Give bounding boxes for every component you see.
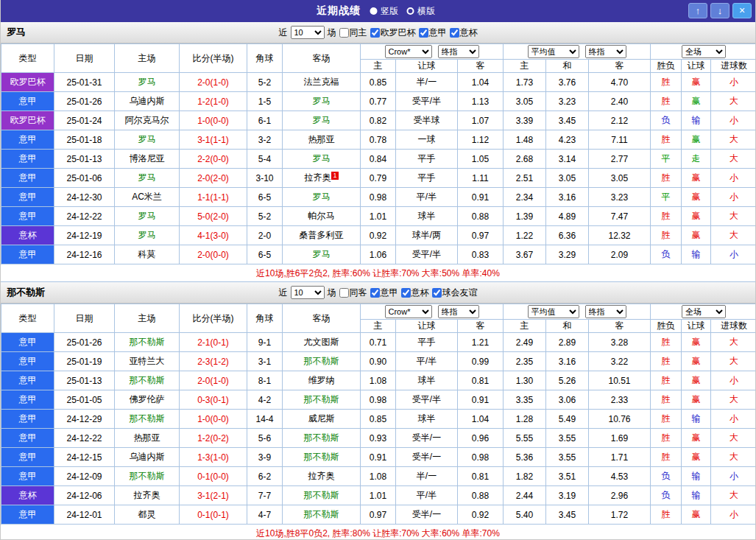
col-result: 胜负 <box>651 60 682 73</box>
away-team-link[interactable]: 桑普多利亚 <box>283 226 361 245</box>
home-team-link[interactable]: 罗马 <box>115 130 180 150</box>
same-venue-filter[interactable]: 同主 <box>339 27 367 39</box>
home-odds-cell: 0.77 <box>361 92 396 111</box>
league-filter-1[interactable]: 意甲 <box>419 27 447 39</box>
away-team-link[interactable]: 罗马 <box>283 245 361 264</box>
away-team-link[interactable]: 拉齐奥1 <box>283 169 361 188</box>
home-team-link[interactable]: 热那亚 <box>115 429 180 448</box>
away-odds-cell: 0.96 <box>458 429 504 448</box>
scope-select[interactable]: 全场 <box>682 305 726 318</box>
corner-count-cell: 9-1 <box>247 333 283 352</box>
away-team-link[interactable]: 法兰克福 <box>283 73 361 92</box>
league-filter-2[interactable]: 意杯 <box>450 27 478 39</box>
away-team-link[interactable]: 威尼斯 <box>283 410 361 429</box>
home-team-link[interactable]: 博洛尼亚 <box>115 150 180 169</box>
same-venue-checkbox[interactable] <box>339 288 349 298</box>
home-team-link[interactable]: 那不勒斯 <box>115 333 180 352</box>
col-avg-home: 主 <box>504 320 546 333</box>
avg-time-select[interactable]: 终指 <box>585 45 626 58</box>
league-type-cell: 意甲 <box>1 410 54 429</box>
home-team-link[interactable]: 那不勒斯 <box>115 410 180 429</box>
league-checkbox-0[interactable] <box>370 288 380 298</box>
away-team-link[interactable]: 尤文图斯 <box>283 333 361 352</box>
league-checkbox-2[interactable] <box>450 28 459 38</box>
recent-count-select[interactable]: 10 <box>291 26 325 39</box>
away-team-link[interactable]: 罗马 <box>283 92 361 111</box>
away-team-link[interactable]: 罗马 <box>283 188 361 207</box>
filter-controls: 近 10 场 同主 欧罗巴杯 意甲 意杯 <box>279 26 478 39</box>
match-row: 意甲24-12-09那不勒斯0-1(0-0)6-2拉齐奥1.08半/一0.811… <box>1 467 756 486</box>
match-date-cell: 24-12-22 <box>54 429 115 448</box>
goals-result-cell: 小 <box>711 245 756 264</box>
match-row: 意甲25-01-13博洛尼亚2-2(0-0)5-4罗马0.84平手1.052.6… <box>1 150 756 169</box>
home-team-link[interactable]: AC米兰 <box>115 188 180 207</box>
avg-home-cell: 3.39 <box>504 111 546 130</box>
move-up-button[interactable]: ↑ <box>688 3 707 18</box>
avg-source-select[interactable]: 平均值 <box>528 305 579 318</box>
handicap-result-cell: 赢 <box>682 169 711 188</box>
home-team-link[interactable]: 亚特兰大 <box>115 352 180 371</box>
col-handicap-result: 让球 <box>682 60 711 73</box>
score-cell: 1-1(1-1) <box>180 188 247 207</box>
away-team-link[interactable]: 热那亚 <box>283 130 361 150</box>
home-team-link[interactable]: 拉齐奥 <box>115 486 180 505</box>
home-team-link[interactable]: 罗马 <box>115 207 180 226</box>
away-team-link[interactable]: 那不勒斯 <box>283 486 361 505</box>
scope-select[interactable]: 全场 <box>682 45 726 58</box>
away-team-link[interactable]: 罗马 <box>283 111 361 130</box>
home-team-link[interactable]: 乌迪内斯 <box>115 92 180 111</box>
handicap-cell: 球半 <box>396 207 458 226</box>
handicap-cell: 平手 <box>396 150 458 169</box>
odds-source-select[interactable]: Crow* <box>385 45 432 58</box>
home-team-link[interactable]: 佛罗伦萨 <box>115 390 180 410</box>
goals-result-cell: 小 <box>711 73 756 92</box>
away-team-link[interactable]: 那不勒斯 <box>283 390 361 410</box>
home-team-link[interactable]: 那不勒斯 <box>115 467 180 486</box>
odds-time-select[interactable]: 终指 <box>438 305 479 318</box>
close-button[interactable]: × <box>732 3 752 18</box>
home-team-link[interactable]: 都灵 <box>115 505 180 525</box>
avg-away-cell: 7.47 <box>589 207 651 226</box>
league-checkbox-0[interactable] <box>370 28 380 38</box>
league-filter-1[interactable]: 意杯 <box>401 287 429 299</box>
away-team-link[interactable]: 拉齐奥 <box>283 467 361 486</box>
home-team-link[interactable]: 科莫 <box>115 245 180 264</box>
league-filter-2[interactable]: 球会友谊 <box>432 287 478 299</box>
home-team-link[interactable]: 罗马 <box>115 73 180 92</box>
league-label-0: 意甲 <box>381 287 398 299</box>
recent-count-select[interactable]: 10 <box>291 286 325 299</box>
home-team-link[interactable]: 罗马 <box>115 169 180 188</box>
odds-time-select[interactable]: 终指 <box>438 45 479 58</box>
away-team-link[interactable]: 罗马 <box>283 150 361 169</box>
same-venue-filter[interactable]: 同客 <box>339 287 367 299</box>
odds-source-select[interactable]: Crow* <box>385 305 432 318</box>
league-checkbox-2[interactable] <box>432 288 442 298</box>
goals-result-cell: 大 <box>711 150 756 169</box>
score-cell: 1-0(0-0) <box>180 111 247 130</box>
league-filter-0[interactable]: 意甲 <box>370 287 398 299</box>
league-checkbox-1[interactable] <box>401 288 411 298</box>
league-type-cell: 意甲 <box>1 352 54 371</box>
home-team-link[interactable]: 阿尔克马尔 <box>115 111 180 130</box>
away-team-link[interactable]: 那不勒斯 <box>283 429 361 448</box>
avg-source-select[interactable]: 平均值 <box>528 45 579 58</box>
away-team-link[interactable]: 那不勒斯 <box>283 352 361 371</box>
away-team-link[interactable]: 那不勒斯 <box>283 505 361 525</box>
vertical-layout-radio[interactable] <box>370 7 377 15</box>
league-type-cell: 意甲 <box>1 333 54 352</box>
horizontal-layout-radio[interactable] <box>406 7 414 15</box>
home-team-link[interactable]: 乌迪内斯 <box>115 448 180 467</box>
home-team-link[interactable]: 那不勒斯 <box>115 371 180 390</box>
move-down-button[interactable]: ↓ <box>710 3 729 18</box>
away-team-link[interactable]: 那不勒斯 <box>283 448 361 467</box>
handicap-cell: 受半/一 <box>396 505 458 525</box>
same-venue-checkbox[interactable] <box>339 28 349 38</box>
away-team-link[interactable]: 帕尔马 <box>283 207 361 226</box>
avg-home-cell: 5.36 <box>504 448 546 467</box>
home-team-link[interactable]: 罗马 <box>115 226 180 245</box>
league-checkbox-1[interactable] <box>419 28 428 38</box>
league-filter-0[interactable]: 欧罗巴杯 <box>370 27 416 39</box>
avg-home-cell: 3.05 <box>504 92 546 111</box>
avg-time-select[interactable]: 终指 <box>585 305 626 318</box>
away-team-link[interactable]: 维罗纳 <box>283 371 361 390</box>
